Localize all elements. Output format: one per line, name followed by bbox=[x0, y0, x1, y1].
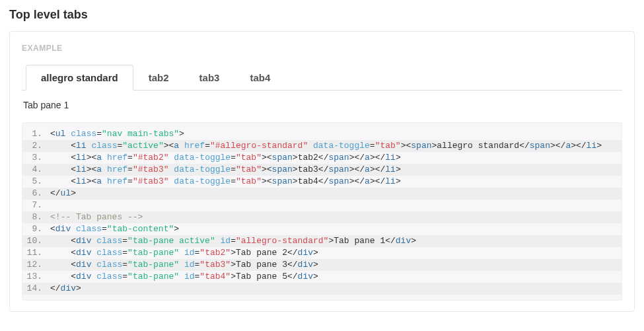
line-number: 4. bbox=[22, 164, 50, 176]
code-content: <div class="tab-pane" id="tab3">Tab pane… bbox=[50, 259, 318, 271]
code-content: <!-- Tab panes --> bbox=[50, 211, 143, 223]
tab-link[interactable]: tab4 bbox=[234, 65, 285, 91]
line-number: 13. bbox=[22, 271, 50, 283]
code-content: </ul> bbox=[50, 188, 76, 200]
code-line: 1.<ul class="nav main-tabs"> bbox=[22, 128, 622, 140]
section-title: Top level tabs bbox=[9, 8, 635, 22]
code-content: </div> bbox=[50, 283, 81, 295]
code-content: <div class="tab-content"> bbox=[50, 223, 179, 235]
code-line: 4. <li><a href="#tab3" data-toggle="tab"… bbox=[22, 164, 622, 176]
tab-pane-content: Tab pane 1 bbox=[22, 91, 622, 122]
line-number: 14. bbox=[22, 283, 50, 295]
tab-link[interactable]: tab3 bbox=[184, 65, 235, 91]
code-line: 8.<!-- Tab panes --> bbox=[22, 211, 622, 223]
code-content: <li><a href="#tab3" data-toggle="tab"><s… bbox=[50, 164, 401, 176]
code-line: 3. <li><a href="#tab2" data-toggle="tab"… bbox=[22, 152, 622, 164]
main-tabs: allegro standardtab2tab3tab4 bbox=[22, 65, 622, 91]
tab-tab4[interactable]: tab4 bbox=[234, 65, 285, 91]
example-label: EXAMPLE bbox=[22, 44, 622, 53]
example-box: EXAMPLE allegro standardtab2tab3tab4 Tab… bbox=[9, 31, 635, 312]
code-line: 13. <div class="tab-pane" id="tab4">Tab … bbox=[22, 271, 622, 283]
tab-tab3[interactable]: tab3 bbox=[184, 65, 235, 91]
code-content: <li class="active"><a href="#allegro-sta… bbox=[50, 140, 602, 152]
code-line: 14.</div> bbox=[22, 283, 622, 295]
tab-tab2[interactable]: tab2 bbox=[133, 65, 184, 91]
code-content: <div class="tab-pane" id="tab2">Tab pane… bbox=[50, 247, 318, 259]
code-content: <li><a href="#tab3" data-toggle="tab"><s… bbox=[50, 176, 401, 188]
code-line: 12. <div class="tab-pane" id="tab3">Tab … bbox=[22, 259, 622, 271]
line-number: 3. bbox=[22, 152, 50, 164]
tab-allegro-standard[interactable]: allegro standard bbox=[26, 65, 133, 91]
code-line: 5. <li><a href="#tab3" data-toggle="tab"… bbox=[22, 176, 622, 188]
code-content: <div class="tab-pane" id="tab4">Tab pane… bbox=[50, 271, 318, 283]
line-number: 1. bbox=[22, 128, 50, 140]
code-block: 1.<ul class="nav main-tabs">2. <li class… bbox=[22, 122, 622, 301]
tab-link[interactable]: allegro standard bbox=[26, 65, 133, 91]
code-content: <div class="tab-pane active" id="allegro… bbox=[50, 235, 416, 247]
tab-link[interactable]: tab2 bbox=[133, 65, 184, 91]
code-content: <ul class="nav main-tabs"> bbox=[50, 128, 184, 140]
line-number: 7. bbox=[22, 200, 50, 211]
line-number: 2. bbox=[22, 140, 50, 152]
line-number: 6. bbox=[22, 188, 50, 200]
line-number: 9. bbox=[22, 223, 50, 235]
line-number: 10. bbox=[22, 235, 50, 247]
line-number: 5. bbox=[22, 176, 50, 188]
line-number: 8. bbox=[22, 211, 50, 223]
code-line: 7. bbox=[22, 200, 622, 211]
code-line: 2. <li class="active"><a href="#allegro-… bbox=[22, 140, 622, 152]
code-line: 10. <div class="tab-pane active" id="all… bbox=[22, 235, 622, 247]
code-line: 9.<div class="tab-content"> bbox=[22, 223, 622, 235]
code-line: 11. <div class="tab-pane" id="tab2">Tab … bbox=[22, 247, 622, 259]
code-content: <li><a href="#tab2" data-toggle="tab"><s… bbox=[50, 152, 401, 164]
line-number: 11. bbox=[22, 247, 50, 259]
line-number: 12. bbox=[22, 259, 50, 271]
code-line: 6.</ul> bbox=[22, 188, 622, 200]
